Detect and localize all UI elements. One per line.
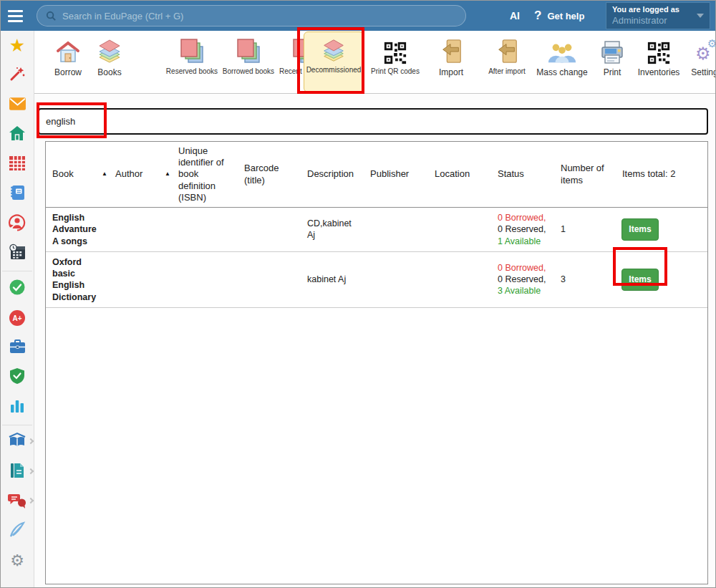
sort-asc-icon[interactable]: ▲ <box>165 170 170 178</box>
stacked-cards-icon <box>179 34 205 65</box>
sort-asc-icon[interactable]: ▲ <box>102 170 107 178</box>
question-mark-icon: ? <box>534 9 541 23</box>
toolbar-reserved-books[interactable]: Reserved books <box>163 34 221 91</box>
toolbar-label: Print QR codes <box>371 67 420 75</box>
toolbar-import[interactable]: Import <box>432 34 470 91</box>
get-help-button[interactable]: ? Get help <box>534 1 584 31</box>
toolbar-label: Reserved books <box>166 67 218 75</box>
toolbar-settings[interactable]: ⚙⚙ Settings <box>687 34 716 91</box>
column-header-status[interactable]: Status <box>491 168 554 180</box>
items-button[interactable]: Items <box>621 269 659 291</box>
status-borrowed: 0 Borrowed, <box>498 213 546 223</box>
toolbar-label: Decommissioned <box>306 66 362 74</box>
sidebar-item-creative[interactable] <box>1 516 34 546</box>
qr-code-icon <box>383 34 407 65</box>
sidebar-item-settings[interactable]: ⚙ <box>1 546 34 577</box>
toolbar-print-qr-codes[interactable]: Print QR codes <box>367 34 424 91</box>
get-help-label: Get help <box>547 11 584 21</box>
toolbar-borrowed-books[interactable]: Borrowed books <box>219 34 278 91</box>
sidebar-item-attendance[interactable] <box>1 274 34 304</box>
toolbar-inventories[interactable]: Inventories <box>634 34 683 91</box>
people-group-icon <box>547 34 577 65</box>
author-cell <box>109 275 172 284</box>
logged-as-label: You are logged as <box>612 5 697 15</box>
items-total-label: Items total: 2 <box>616 168 705 180</box>
location-cell <box>428 275 491 284</box>
column-header-author[interactable]: Author▲ <box>109 168 172 180</box>
hamburger-menu-button[interactable] <box>1 1 29 31</box>
isbn-cell <box>172 275 238 284</box>
search-icon <box>46 11 57 21</box>
column-header-book[interactable]: Book▲ <box>46 168 109 180</box>
status-cell: 0 Borrowed, 0 Reserved, 1 Available <box>491 208 554 251</box>
column-header-isbn[interactable]: Unique identifier of book definition (IS… <box>172 145 238 203</box>
sidebar-item-grades[interactable]: A+ <box>1 304 34 334</box>
sidebar-item-school[interactable] <box>1 120 34 150</box>
toolbar-decommissioned[interactable]: Decommissioned <box>304 32 364 92</box>
stacked-cards-icon <box>236 34 261 65</box>
toolbar-label: Inventories <box>638 67 680 77</box>
magic-wand-icon <box>9 65 26 85</box>
book-stack-icon <box>320 32 347 64</box>
global-search-input[interactable] <box>62 11 457 21</box>
substitution-icon <box>8 213 26 235</box>
toolbar-label: Print <box>604 67 621 77</box>
gears-icon: ⚙⚙ <box>694 34 716 65</box>
description-cell: kabinet Aj <box>301 269 364 289</box>
door-import-icon <box>439 34 463 65</box>
number-of-items-cell: 1 <box>554 219 616 239</box>
status-available: 3 Available <box>498 286 541 296</box>
sidebar-item-documents[interactable] <box>1 457 34 487</box>
sidebar-item-communication[interactable] <box>1 487 34 517</box>
chevron-down-icon <box>697 14 704 18</box>
column-header-number-of-items[interactable]: Number of items <box>554 163 616 186</box>
briefcase-icon <box>9 339 26 357</box>
toolbar-label: Borrow <box>54 67 82 77</box>
barcode-cell <box>238 225 301 233</box>
toolbar-label: After import <box>488 67 526 75</box>
sidebar-item-wizard[interactable] <box>1 61 34 91</box>
toolbar-print[interactable]: Print <box>596 34 629 91</box>
global-search[interactable] <box>37 5 466 26</box>
sidebar-item-substitution[interactable] <box>1 209 34 239</box>
column-header-barcode[interactable]: Barcode (title) <box>238 163 301 186</box>
status-reserved: 0 Reserved, <box>498 224 546 234</box>
messages-icon <box>8 491 26 511</box>
book-filter <box>38 108 708 135</box>
table-header-row: Book▲ Author▲ Unique identifier of book … <box>46 142 707 208</box>
toolbar-label: Mass change <box>536 67 587 77</box>
pen-icon <box>8 521 26 542</box>
chevron-right-icon <box>28 438 34 444</box>
logged-in-user-dropdown[interactable]: You are logged as Administrator <box>606 2 710 29</box>
books-table: Book▲ Author▲ Unique identifier of book … <box>45 141 708 584</box>
sidebar-item-library[interactable] <box>1 428 34 458</box>
sidebar-item-agenda[interactable] <box>1 333 34 363</box>
book-filter-input[interactable] <box>39 110 707 133</box>
status-available: 1 Available <box>498 236 541 246</box>
toolbar-after-import[interactable]: After import <box>483 34 531 91</box>
column-header-location[interactable]: Location <box>428 168 491 180</box>
toolbar-books[interactable]: Books <box>90 34 130 91</box>
table-row: Oxford basic English Dictionary kabinet … <box>46 252 707 308</box>
home-icon <box>9 125 26 145</box>
toolbar-mass-change[interactable]: Mass change <box>534 34 590 91</box>
sidebar-item-favorites[interactable]: ★ <box>1 31 34 61</box>
sidebar-item-calendar[interactable] <box>1 239 34 269</box>
location-cell <box>428 225 491 233</box>
items-button[interactable]: Items <box>621 218 659 241</box>
toolbar-label: Import <box>439 67 463 77</box>
column-header-description[interactable]: Description <box>301 168 364 180</box>
sidebar-item-timetable[interactable] <box>1 150 34 180</box>
sidebar-item-classbook[interactable] <box>1 180 34 210</box>
notebook-icon <box>9 184 26 204</box>
status-cell: 0 Borrowed, 0 Reserved, 3 Available <box>491 258 554 302</box>
sidebar-item-admin[interactable] <box>1 363 34 393</box>
sidebar-item-messages-mail[interactable] <box>1 90 34 120</box>
column-header-publisher[interactable]: Publisher <box>364 168 428 180</box>
sidebar-divider <box>2 425 32 425</box>
ai-button[interactable]: AI <box>505 1 524 31</box>
toolbar-borrow[interactable]: Borrow <box>48 34 88 91</box>
qr-code-icon <box>647 34 671 65</box>
sidebar-item-results[interactable] <box>1 392 34 423</box>
library-book-icon <box>8 432 26 452</box>
